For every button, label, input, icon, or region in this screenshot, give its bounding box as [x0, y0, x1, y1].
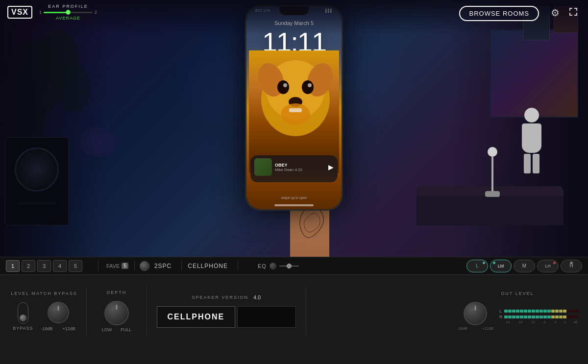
- svg-point-16: [281, 103, 310, 125]
- divider-1: [86, 287, 87, 336]
- level-match-bypass-label: LEVEL MATCH BYPASS: [11, 291, 77, 296]
- depth-section: DEPTH LOW FULL: [95, 290, 139, 332]
- ear-profile-slider[interactable]: [44, 12, 93, 13]
- meter-18: -18: [517, 320, 522, 324]
- spk-btn-lh[interactable]: LH: [537, 260, 559, 272]
- depth-low: LOW: [102, 327, 112, 332]
- speaker-version-label: SPEAKER VERSION: [192, 295, 248, 300]
- tab-knob-label: 2SPC: [154, 263, 172, 269]
- svg-point-11: [277, 80, 289, 94]
- depth-full: FULL: [121, 327, 131, 332]
- bypass-label: BYPASS: [13, 326, 33, 331]
- out-neg18: -18dB: [457, 326, 467, 331]
- meter-6: -6: [542, 320, 545, 324]
- tab-1[interactable]: 1: [6, 260, 20, 272]
- sculpture-right: [514, 108, 549, 176]
- background-scene: BTC 17% ▌▌▌ Sunday March 5 11:11: [0, 0, 588, 274]
- eq-section: EQ: [258, 263, 299, 269]
- fave-number: 5: [122, 263, 128, 269]
- ear-max-label: 2: [95, 10, 97, 15]
- meter-3: -3: [553, 320, 556, 324]
- out-level-section: OUT LEVEL -18dB +12dB L: [457, 291, 578, 331]
- level-match-bypass-section: LEVEL MATCH BYPASS BYPASS -18dB +12dB: [10, 291, 78, 331]
- tab-2[interactable]: 2: [22, 260, 35, 272]
- browse-rooms-button[interactable]: BROWSE ROOMS: [459, 6, 539, 21]
- speaker-version-val: 4.0: [253, 294, 261, 300]
- meter-db: dB: [573, 320, 578, 324]
- fullscreen-icon[interactable]: [568, 7, 578, 19]
- vu-meters: L: [499, 309, 578, 324]
- level-match-knob[interactable]: [48, 302, 69, 323]
- dog-image: [249, 55, 342, 144]
- depth-label: DEPTH: [107, 290, 127, 295]
- level-neg18: -18dB: [41, 326, 53, 331]
- fave-badge: FAVE 5: [106, 263, 128, 269]
- out-level-label: OUT LEVEL: [501, 291, 534, 296]
- ear-min-label: 1: [39, 10, 42, 15]
- tab-3[interactable]: 3: [37, 260, 51, 272]
- out-level-knob[interactable]: [464, 302, 487, 325]
- tab-5[interactable]: 5: [69, 260, 82, 272]
- ear-profile: EAR PROFILE 1 2 AVERAGE: [39, 4, 97, 21]
- divider-3: [306, 287, 306, 336]
- out-pos12: +12dB: [482, 326, 493, 331]
- meter-inf: -inf: [505, 320, 510, 324]
- music-title: OBEY: [275, 163, 325, 168]
- speaker-name-display: CELLPHONE: [157, 306, 235, 328]
- settings-icon[interactable]: ⚙: [551, 7, 560, 19]
- ambient-orb: [78, 127, 118, 157]
- spk-btn-lm[interactable]: LM: [490, 260, 512, 272]
- music-artist: Mike Dean 4:22: [275, 168, 325, 172]
- level-pos12: +12dB: [63, 326, 75, 331]
- eq-label: EQ: [258, 263, 267, 269]
- eq-slider[interactable]: [279, 266, 299, 267]
- lamp-right: [480, 147, 505, 206]
- controls-panel: LEVEL MATCH BYPASS BYPASS -18dB +12dB: [0, 274, 588, 364]
- svg-point-12: [302, 80, 314, 94]
- tab-4[interactable]: 4: [53, 260, 67, 272]
- ear-avg-label: AVERAGE: [56, 16, 80, 21]
- eq-toggle[interactable]: [270, 263, 276, 269]
- speaker-left: [5, 137, 69, 225]
- speaker-mode-buttons: L LM M LH H: [466, 260, 582, 272]
- fave-label: FAVE: [106, 263, 120, 269]
- vsx-logo[interactable]: VSX: [7, 6, 32, 19]
- spk-btn-h[interactable]: H: [561, 260, 582, 272]
- speaker-display-section: SPEAKER VERSION 4.0 CELLPHONE: [155, 294, 298, 328]
- phone-hand-group: BTC 17% ▌▌▌ Sunday March 5 11:11: [220, 5, 368, 272]
- spk-btn-m[interactable]: M: [514, 260, 535, 272]
- divider-2: [147, 287, 147, 336]
- meter-12: -12: [530, 320, 535, 324]
- spk-btn-l[interactable]: L: [466, 260, 488, 272]
- svg-rect-17: [289, 108, 302, 112]
- meter-0: 0: [564, 320, 566, 324]
- depth-knob[interactable]: [104, 301, 129, 325]
- svg-point-13: [283, 83, 287, 87]
- tab-knob[interactable]: [140, 261, 149, 271]
- svg-point-14: [308, 83, 312, 87]
- tab-speaker-label: CELLPHONE: [188, 263, 228, 269]
- tabbar: 1 2 3 4 5 FAVE 5 2SPC CELLPHONE EQ L LM: [0, 257, 588, 274]
- bypass-switch[interactable]: [18, 302, 28, 324]
- ear-profile-label: EAR PROFILE: [48, 4, 88, 9]
- speaker-name-secondary: [237, 306, 296, 328]
